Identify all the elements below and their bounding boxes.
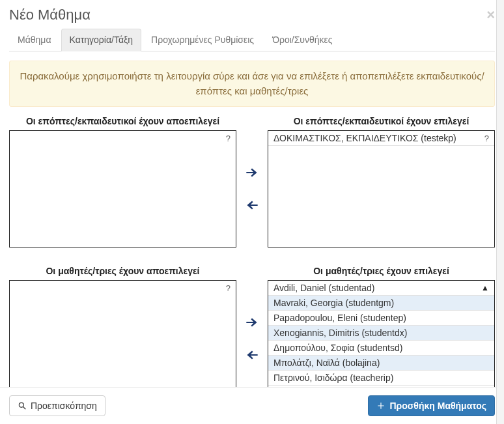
modal-body: Νέο Μάθημα × Μάθημα Κατηγορία/Τάξη Προχω… xyxy=(0,0,504,387)
modal-footer: Προεπισκόπηση Προσθήκη Μαθήματος xyxy=(0,387,504,424)
list-item[interactable]: Xenogiannis, Dimitris (studentdx) xyxy=(268,326,494,341)
list-item[interactable]: Mavraki, Georgia (studentgm) xyxy=(268,296,494,311)
move-right-button[interactable] xyxy=(244,314,260,331)
move-left-button[interactable] xyxy=(244,197,260,214)
arrow-left-icon xyxy=(244,197,260,214)
help-icon[interactable]: ? xyxy=(484,134,489,143)
sort-asc-icon[interactable]: ▲ xyxy=(481,283,489,292)
supervisors-arrow-col xyxy=(239,130,265,247)
modal: Νέο Μάθημα × Μάθημα Κατηγορία/Τάξη Προχω… xyxy=(0,0,504,424)
supervisors-labels-row: Οι επόπτες/εκπαιδευτικοί έχουν αποεπιλεγ… xyxy=(9,109,495,130)
plus-icon xyxy=(376,401,385,410)
arrow-right-icon xyxy=(244,164,260,181)
svg-point-0 xyxy=(19,403,23,407)
students-arrow-col xyxy=(239,280,265,387)
tab-course[interactable]: Μάθημα xyxy=(9,29,60,51)
move-left-button[interactable] xyxy=(244,346,260,363)
list-item[interactable]: Πετρινού, Ισιδώρα (teacherip) xyxy=(268,371,494,386)
list-item[interactable]: Δημοπούλου, Σοφία (studentsd) xyxy=(268,341,494,356)
help-icon[interactable]: ? xyxy=(226,283,231,293)
supervisors-selected-label: Οι επόπτες/εκπαιδευτικοί έχουν επιλεγεί xyxy=(268,109,495,130)
arrow-right-icon xyxy=(244,314,260,331)
preview-button[interactable]: Προεπισκόπηση xyxy=(9,395,105,416)
students-labels-row: Οι μαθητές/τριες έχουν αποεπιλεγεί Οι μα… xyxy=(9,259,495,280)
tab-terms[interactable]: Όροι/Συνθήκες xyxy=(264,29,341,51)
supervisors-selected-list[interactable]: ? ΔΟΚΙΜΑΣΤΙΚΟΣ, ΕΚΠΑΙΔΕΥΤΙΚΟΣ (testekp) xyxy=(268,130,495,247)
spacer xyxy=(239,259,265,280)
help-icon[interactable]: ? xyxy=(226,134,231,143)
supervisors-deselected-list[interactable]: ? xyxy=(9,130,236,247)
tabs: Μάθημα Κατηγορία/Τάξη Προχωρημένες Ρυθμί… xyxy=(9,29,495,51)
list-item[interactable]: Papadopoulou, Eleni (studentep) xyxy=(268,311,494,326)
move-right-button[interactable] xyxy=(244,164,260,181)
close-icon[interactable]: × xyxy=(486,7,495,23)
preview-button-label: Προεπισκόπηση xyxy=(31,401,97,411)
students-row: ? ▲ Avdili, Daniel (studentad)Mavraki, G… xyxy=(9,280,495,387)
add-course-button[interactable]: Προσθήκη Μαθήματος xyxy=(368,395,495,416)
spacer xyxy=(239,109,265,130)
students-deselected-list[interactable]: ? xyxy=(9,280,236,387)
students-deselected-label: Οι μαθητές/τριες έχουν αποεπιλεγεί xyxy=(9,259,236,280)
list-item[interactable]: ΔΟΚΙΜΑΣΤΙΚΟΣ, ΕΚΠΑΙΔΕΥΤΙΚΟΣ (testekp) xyxy=(268,131,494,146)
tab-advanced-settings[interactable]: Προχωρημένες Ρυθμίσεις xyxy=(143,29,262,51)
arrow-left-icon xyxy=(244,346,260,363)
students-selected-label: Οι μαθητές/τριες έχουν επιλεγεί xyxy=(268,259,495,280)
supervisors-deselected-label: Οι επόπτες/εκπαιδευτικοί έχουν αποεπιλεγ… xyxy=(9,109,236,130)
tab-category-class[interactable]: Κατηγορία/Τάξη xyxy=(61,29,142,51)
magnifier-icon xyxy=(18,401,27,410)
supervisors-row: ? ? ΔΟΚΙΜΑΣΤΙΚΟΣ, ΕΚΠΑΙΔΕΥΤΙΚΟΣ (testekp… xyxy=(9,130,495,247)
list-item[interactable]: Μπολάτζι, Ναϊλά (bolajina) xyxy=(268,356,494,371)
svg-line-1 xyxy=(23,407,26,410)
instruction-alert: Παρακαλούμε χρησιμοποιήστε τη λειτουργία… xyxy=(9,61,495,107)
list-item[interactable]: Avdili, Daniel (studentad) xyxy=(268,281,494,296)
students-selected-list[interactable]: ▲ Avdili, Daniel (studentad)Mavraki, Geo… xyxy=(268,280,495,387)
add-course-button-label: Προσθήκη Μαθήματος xyxy=(389,401,486,411)
modal-title: Νέο Μάθημα xyxy=(9,7,91,23)
modal-header: Νέο Μάθημα × xyxy=(9,7,495,26)
